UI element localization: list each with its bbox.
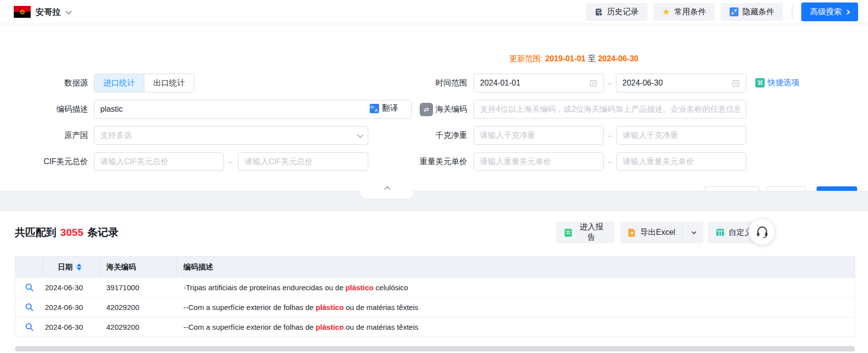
time-range-label: 时间范围 [381, 74, 467, 92]
row-hs-code: 39171000 [100, 283, 176, 292]
results-table: 日期 海关编码 编码描述 2024-06-30 39171000 -Tripas… [15, 256, 855, 337]
row-hs-code: 42029200 [100, 323, 176, 331]
favorites-button[interactable]: ★ 常用条件 [653, 3, 715, 21]
customer-service-button[interactable] [748, 218, 776, 245]
chevron-right-icon [845, 9, 850, 14]
desc-text: ou de matérias têxteis [344, 303, 418, 311]
code-desc-label: 编码描述 [0, 100, 88, 119]
enter-report-button[interactable]: 进入报告 [556, 221, 614, 243]
update-range-label: 更新范围: [509, 54, 543, 63]
sort-asc-icon [77, 264, 82, 266]
row-description: -Tripas artificiais de proteínas endurec… [176, 283, 855, 292]
sort-toggle[interactable] [77, 264, 82, 270]
horizontal-scrollbar[interactable] [15, 346, 855, 352]
table-header-row: 日期 海关编码 编码描述 [15, 257, 855, 277]
date-range-dash: – [607, 74, 613, 92]
hide-conditions-label: 隐藏条件 [742, 7, 774, 17]
report-icon [564, 228, 572, 237]
unit-price-min-input[interactable] [474, 152, 604, 171]
row-description: --Com a superfície exterior de folhas de… [176, 303, 855, 311]
search-form: 数据源 进口统计 出口统计 更新范围: 2019-01-01 至 2024-06… [0, 24, 868, 191]
data-source-tabs: 进口统计 出口统计 [94, 74, 194, 92]
results-summary: 共匹配到 3055 条记录 [15, 221, 119, 243]
excel-icon [627, 228, 636, 237]
desc-text: celulósico [374, 283, 408, 292]
section-divider-band [0, 191, 868, 211]
command-icon: ⌘ [755, 78, 765, 88]
row-date: 2024-06-30 [43, 283, 100, 292]
date-end-input[interactable]: 2024-06-30 [616, 74, 746, 92]
date-start-input[interactable]: 2024-01-01 [474, 74, 604, 92]
net-weight-dash: – [607, 126, 613, 145]
export-excel-button[interactable]: 导出Excel [620, 221, 682, 243]
row-date: 2024-06-30 [43, 303, 100, 311]
sort-desc-icon [77, 267, 82, 270]
table-row[interactable]: 2024-06-30 42029200 --Com a superfície e… [15, 317, 855, 337]
header-desc-cell: 编码描述 [176, 257, 855, 277]
desc-text: ou de matérias têxteis [344, 323, 418, 331]
data-source-label: 数据源 [0, 74, 88, 92]
collapse-icon [730, 7, 738, 16]
chevron-down-icon [692, 229, 696, 234]
topbar-actions: 历史记录 ★ 常用条件 隐藏条件 高级搜索 [586, 2, 858, 21]
enter-report-label: 进入报告 [576, 222, 607, 243]
chevron-down-icon [357, 132, 364, 138]
table-row[interactable]: 2024-06-30 42029200 --Com a superfície e… [15, 297, 855, 317]
favorites-label: 常用条件 [674, 7, 706, 17]
update-range-to: 至 [588, 54, 596, 63]
row-hs-code: 42029200 [100, 303, 176, 311]
cif-min-input[interactable] [94, 152, 224, 171]
advanced-search-label: 高级搜索 [810, 7, 842, 17]
tab-export-stats[interactable]: 出口统计 [144, 74, 194, 92]
header-code-cell: 海关编码 [100, 257, 176, 277]
magnifier-icon[interactable] [25, 283, 34, 292]
calendar-icon [732, 79, 740, 88]
country-name: 安哥拉 [36, 6, 61, 18]
results-section: 共匹配到 3055 条记录 进入报告 导出Excel 自定义列 日期 [0, 211, 868, 353]
table-row[interactable]: 2024-06-30 39171000 -Tripas artificiais … [15, 277, 855, 297]
cif-label: CIF美元总价 [0, 152, 88, 171]
magnifier-icon[interactable] [25, 303, 34, 312]
quick-options-label: 快捷选项 [768, 78, 799, 88]
tab-import-stats[interactable]: 进口统计 [94, 74, 144, 92]
net-weight-min-input[interactable] [474, 126, 604, 145]
export-excel-group: 导出Excel [620, 221, 703, 243]
advanced-search-button[interactable]: 高级搜索 [801, 2, 858, 21]
date-end-value: 2024-06-30 [622, 79, 728, 88]
customs-code-input[interactable] [474, 100, 746, 119]
date-start-value: 2024-01-01 [480, 79, 585, 88]
unit-price-max-input[interactable] [616, 152, 746, 171]
svg-text:A: A [375, 108, 378, 113]
unit-price-dash: – [607, 152, 613, 171]
header-date-cell: 日期 [43, 257, 100, 277]
svg-text:中: 中 [370, 105, 374, 110]
hide-conditions-button[interactable]: 隐藏条件 [721, 3, 783, 21]
net-weight-label: 千克净重 [381, 126, 467, 145]
translate-icon: 中A [370, 104, 379, 113]
country-selector[interactable]: ⚙ 安哥拉 [14, 6, 70, 18]
update-range-note: 更新范围: 2019-01-01 至 2024-06-30 [509, 54, 639, 64]
export-excel-label: 导出Excel [640, 227, 675, 238]
columns-icon [716, 228, 725, 236]
magnifier-icon[interactable] [25, 322, 34, 332]
update-range-start: 2019-01-01 [545, 54, 586, 63]
summary-suffix: 条记录 [87, 225, 119, 239]
cif-max-input[interactable] [238, 152, 368, 171]
origin-country-label: 原产国 [0, 126, 88, 145]
chevron-down-icon [66, 8, 72, 14]
desc-text: --Com a superfície exterior de folhas de [183, 323, 316, 331]
history-button[interactable]: 历史记录 [586, 3, 648, 21]
star-icon: ★ [662, 7, 670, 16]
quick-options-link[interactable]: ⌘ 快捷选项 [755, 78, 799, 88]
topbar-divider [792, 4, 792, 19]
row-date: 2024-06-30 [43, 323, 100, 331]
origin-country-select[interactable]: 支持多选 [94, 126, 368, 145]
unit-price-label: 重量美元单价 [381, 152, 467, 171]
desc-text: -Tripas artificiais de proteínas endurec… [183, 283, 346, 292]
collapse-form-handle[interactable] [360, 191, 414, 199]
net-weight-max-input[interactable] [616, 126, 746, 145]
header-gutter-cell [15, 257, 43, 277]
code-desc-input[interactable] [94, 100, 412, 119]
headset-icon [755, 225, 769, 239]
export-dropdown-button[interactable] [683, 221, 703, 243]
